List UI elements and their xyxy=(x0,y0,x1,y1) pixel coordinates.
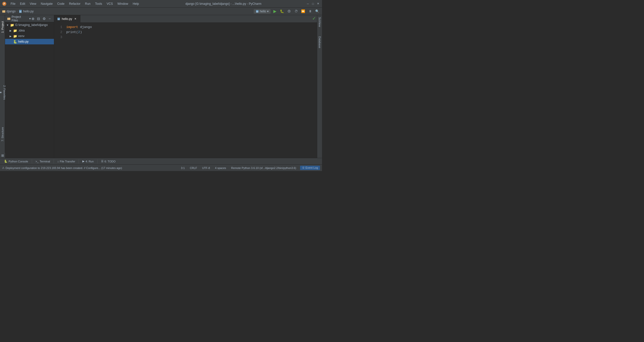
run-config-arrow: ▾ xyxy=(267,10,269,13)
status-message: ⚠ Deployment configuration to 219.223.18… xyxy=(2,166,178,169)
sidebar-item-structure[interactable]: 7: Structure xyxy=(0,126,5,142)
tab-close-button[interactable]: ✕ xyxy=(74,17,77,21)
panel-header: Project Files ▾ ⊕ ⊟ ⚙ − xyxy=(5,15,54,22)
terminal-label: Terminal xyxy=(40,160,50,163)
profile-button[interactable]: ⏱ xyxy=(293,9,299,14)
project-sidebar-label: 1: Project xyxy=(1,21,4,33)
folder-icon-venv: 📁 xyxy=(13,34,17,38)
warning-icon: ⚠ xyxy=(2,166,5,169)
terminal-button[interactable]: >_ Terminal xyxy=(34,159,52,163)
tree-arrow-idea: ▶ xyxy=(9,29,12,32)
code-editor[interactable]: 1 2 3 import django print ( 2 ) xyxy=(54,23,317,158)
file-name[interactable]: hello.py xyxy=(23,10,34,13)
run-config-selector[interactable]: py hello ▾ xyxy=(254,9,271,14)
menu-code[interactable]: Code xyxy=(55,2,67,6)
minimize-button[interactable]: ─ xyxy=(306,2,310,6)
status-indent[interactable]: 4 spaces xyxy=(214,166,227,169)
module-django: django xyxy=(80,25,92,30)
tree-arrow-root: ▼ xyxy=(6,23,9,26)
tree-label-idea: .idea xyxy=(18,29,25,32)
python-console-button[interactable]: 🐍 Python Console xyxy=(2,159,30,163)
maximize-button[interactable]: □ xyxy=(311,2,315,6)
status-text[interactable]: Deployment configuration to 219.223.183.… xyxy=(6,166,122,169)
menu-edit[interactable]: Edit xyxy=(18,2,27,6)
number-2: 2 xyxy=(78,30,80,35)
panel-title-text: Project Files xyxy=(12,15,28,22)
event-log-button[interactable]: ① Event Log xyxy=(300,166,320,170)
status-bar: ⚠ Deployment configuration to 219.223.18… xyxy=(0,164,322,171)
tree-item-root[interactable]: ▼ 📁 G:\imaging_label\django xyxy=(5,22,54,28)
svg-rect-3 xyxy=(2,10,4,11)
code-line-3 xyxy=(66,35,317,40)
line-numbers: 1 2 3 xyxy=(54,23,64,158)
editor-tab-hello[interactable]: py hello.py ✕ xyxy=(54,15,80,23)
stop-button[interactable]: ⏩ xyxy=(300,9,306,14)
todo-label: 6: TODO xyxy=(105,160,116,163)
menu-view[interactable]: View xyxy=(28,2,38,6)
terminal-icon: >_ xyxy=(36,160,39,163)
coverage-button[interactable]: ⦿ xyxy=(286,9,292,14)
right-panel-sciview[interactable]: SciView xyxy=(317,15,322,29)
todo-button[interactable]: ☰ 6: TODO xyxy=(99,159,118,163)
tree-label-venv: venv xyxy=(18,34,24,38)
window-title: django [G:\imaging_label\django] - ...\h… xyxy=(141,2,306,6)
toolbar-sep-3 xyxy=(79,159,79,163)
menu-help[interactable]: Help xyxy=(131,2,141,6)
window-controls: ─ □ ✕ xyxy=(306,2,320,6)
menu-vcs[interactable]: VCS xyxy=(105,2,115,6)
search-button[interactable]: 🔍 xyxy=(314,9,320,14)
debug-button[interactable]: 🐛 xyxy=(279,9,285,14)
svg-text:py: py xyxy=(20,11,22,12)
svg-rect-9 xyxy=(7,18,9,18)
panel-add-button[interactable]: ⊕ xyxy=(31,16,35,21)
right-panels: SciView Database xyxy=(317,15,322,158)
project-panel: Project Files ▾ ⊕ ⊟ ⚙ − ▼ 📁 G:\imaging_l… xyxy=(5,15,54,158)
panel-title: Project Files ▾ xyxy=(7,15,31,22)
tree-item-idea[interactable]: ▶ 📁 .idea xyxy=(5,28,54,33)
toolbar-sep-1 xyxy=(32,159,32,163)
left-sidebar: 1: Project ★ 2: Favorites 7: Structure xyxy=(0,15,5,158)
run-config-icon: py xyxy=(256,10,259,13)
tree-item-hello[interactable]: 🐍 hello.py xyxy=(5,39,54,44)
toolbar-sep-2 xyxy=(54,159,54,163)
tree-label-root: G:\imaging_label\django xyxy=(15,23,48,27)
sidebar-item-project[interactable]: 1: Project xyxy=(0,20,5,34)
checkmark-icon: ✓ xyxy=(312,16,316,21)
menu-window[interactable]: Window xyxy=(115,2,130,6)
file-transfer-icon: ↕ xyxy=(57,160,59,163)
editor-area: py hello.py ✕ 1 2 3 import django print xyxy=(54,15,317,158)
svg-text:py: py xyxy=(256,11,258,13)
panel-settings-button[interactable]: ⚙ xyxy=(42,16,46,21)
toolbar-sep-4 xyxy=(97,159,98,163)
menu-run[interactable]: Run xyxy=(83,2,92,6)
status-position[interactable]: 3:1 xyxy=(180,166,186,169)
tab-name: hello.py xyxy=(62,17,72,21)
status-interpreter[interactable]: Remote Python 3.6.10 (sf.../django2.2/bi… xyxy=(230,166,297,169)
status-line-ending[interactable]: CRLF xyxy=(189,166,198,169)
menu-tools[interactable]: Tools xyxy=(93,2,104,6)
paren-open: ( xyxy=(76,30,78,35)
project-name[interactable]: django xyxy=(7,10,16,13)
menu-navigate[interactable]: Navigate xyxy=(39,2,55,6)
close-button[interactable]: ✕ xyxy=(316,2,320,6)
panel-minimize-button[interactable]: − xyxy=(47,16,52,21)
menu-file[interactable]: File xyxy=(9,2,17,6)
right-panel-database[interactable]: Database xyxy=(317,34,322,50)
code-line-2: print ( 2 ) xyxy=(66,30,317,35)
status-encoding[interactable]: UTF-8 xyxy=(201,166,211,169)
project-icon xyxy=(2,10,6,13)
file-transfer-button[interactable]: ↕ File Transfer xyxy=(55,159,77,163)
pause-button[interactable]: ⏸ xyxy=(307,9,313,14)
keyword-import: import xyxy=(66,25,78,30)
code-content[interactable]: import django print ( 2 ) xyxy=(64,23,317,158)
run-button[interactable]: ▶ xyxy=(272,9,278,14)
python-console-label: Python Console xyxy=(9,160,28,163)
favorites-sidebar-label: ★ 2: Favorites xyxy=(0,85,6,100)
panel-collapse-button[interactable]: ⊟ xyxy=(36,16,41,21)
file-tree: ▼ 📁 G:\imaging_label\django ▶ 📁 .idea ▶ … xyxy=(5,22,54,158)
nav-bar: django › py hello.py py hello ▾ ▶ 🐛 ⦿ ⏱ … xyxy=(0,8,322,15)
run-panel-button[interactable]: ▶ 4: Run xyxy=(80,159,95,163)
tree-item-venv[interactable]: ▶ 📁 venv xyxy=(5,33,54,39)
sidebar-item-favorites[interactable]: ★ 2: Favorites xyxy=(0,84,7,101)
menu-refactor[interactable]: Refactor xyxy=(67,2,82,6)
